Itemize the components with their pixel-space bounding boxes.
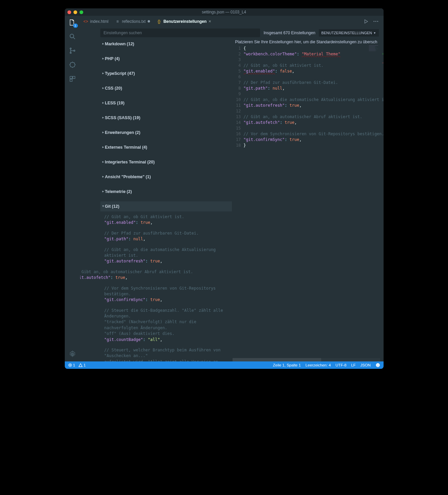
status-errors[interactable]: 1 (68, 363, 75, 367)
group-label: Ansicht "Probleme" (1) (105, 175, 151, 179)
code-line[interactable]: // Gibt an, ob automatischer Abruf aktiv… (244, 114, 384, 120)
chevron-right-icon: ▸ (102, 86, 104, 90)
tab-user-settings[interactable]: {} Benutzereinstellungen × (153, 16, 214, 27)
settings-group[interactable]: ▸SCSS (SASS) (19) (100, 113, 232, 123)
settings-gear-icon[interactable] (68, 350, 77, 358)
settings-group[interactable]: ▸CSS (20) (100, 83, 232, 93)
minimap[interactable] (369, 45, 382, 65)
extensions-icon[interactable] (68, 75, 77, 83)
code-line[interactable] (244, 91, 384, 97)
group-label: Integriertes Terminal (20) (105, 160, 155, 164)
settings-group[interactable]: ▸Integriertes Terminal (20) (100, 157, 232, 167)
svg-point-0 (70, 34, 73, 38)
tab-reflections-txt[interactable]: ≡ reflections.txt (112, 16, 153, 27)
code-line[interactable]: // Gibt an, ob Git aktiviert ist. (244, 63, 384, 68)
json-editor[interactable]: 123456789101112131415161718 { "workbench… (232, 45, 384, 358)
status-indent[interactable]: Leerzeichen: 4 (305, 363, 331, 367)
group-label: SCSS (SASS) (19) (105, 115, 141, 120)
code-line[interactable]: "workbench.colorTheme": "Material Theme" (244, 51, 384, 57)
code-line[interactable] (244, 74, 384, 80)
close-tab-icon[interactable]: × (209, 19, 211, 24)
status-eol[interactable]: LF (351, 363, 355, 367)
svg-point-1 (70, 48, 71, 49)
chevron-down-icon: ▼ (374, 32, 376, 35)
search-icon[interactable] (68, 33, 77, 41)
tab-index-html[interactable]: <> index.html (80, 16, 112, 27)
setting-item: // Steuert die Git-Badgeanzahl. "Alle" z… (104, 308, 227, 343)
settings-group[interactable]: ▸Markdown (12) (100, 39, 232, 49)
code-line[interactable]: // Gibt an, ob die automatische Aktualis… (244, 97, 384, 103)
feedback-icon[interactable] (376, 363, 380, 367)
close-window-button[interactable] (67, 10, 71, 14)
status-language[interactable]: JSON (360, 363, 371, 367)
settings-group[interactable]: ▸Ansicht "Probleme" (1) (100, 172, 232, 182)
chevron-right-icon: ▸ (102, 42, 104, 45)
run-icon[interactable] (363, 19, 369, 24)
status-cursor-position[interactable]: Zeile 1, Spalte 1 (273, 363, 301, 367)
line-gutter: 123456789101112131415161718 (232, 45, 244, 358)
code-line[interactable] (244, 126, 384, 131)
svg-rect-5 (70, 77, 72, 79)
chevron-right-icon: ▸ (102, 57, 104, 60)
code-line[interactable]: "git.autorefresh": true, (244, 103, 384, 108)
settings-group[interactable]: ▾Git (12) (100, 201, 232, 211)
modified-indicator-icon (148, 20, 150, 22)
group-label: CSS (20) (105, 86, 122, 91)
titlebar[interactable]: settings.json — 0103_L4 (65, 8, 384, 16)
code-line[interactable] (244, 57, 384, 63)
maximize-window-button[interactable] (80, 10, 83, 14)
activity-bar: 1 (65, 16, 80, 361)
code-line[interactable] (244, 108, 384, 114)
total-settings-label: Insgesamt 670 Einstellungen (263, 31, 315, 35)
code-line[interactable]: { (244, 46, 384, 51)
setting-item: // Gibt an, ob automatischer Abruf aktiv… (80, 269, 193, 281)
code-line[interactable]: // Vor dem Synchronisieren von Git-Repos… (244, 131, 384, 137)
svg-point-2 (70, 52, 71, 54)
group-label: Telemetrie (2) (105, 189, 132, 194)
chevron-right-icon: ▸ (102, 145, 104, 149)
more-actions-icon[interactable]: ··· (374, 19, 379, 24)
code-line[interactable]: } (244, 143, 384, 148)
code-line[interactable]: // Der Pfad zur ausführbaren Git-Datei. (244, 80, 384, 86)
settings-search-input[interactable]: Einstellungen suchen (100, 29, 260, 37)
settings-group[interactable]: ▸LESS (19) (100, 98, 232, 108)
chevron-right-icon: ▸ (102, 175, 104, 178)
svg-point-3 (73, 50, 75, 51)
settings-group[interactable]: ▸Erweiterungen (2) (100, 128, 232, 138)
chevron-down-icon: ▾ (102, 204, 104, 208)
settings-group[interactable]: ▸PHP (4) (100, 54, 232, 64)
user-settings-pane[interactable]: Platzieren Sie Ihre Einstellungen hier, … (232, 39, 384, 361)
settings-group[interactable]: ▸TypeScript (47) (100, 68, 232, 79)
source-control-icon[interactable] (68, 47, 77, 55)
minimize-window-button[interactable] (73, 10, 77, 14)
settings-group[interactable]: ▸Telemetrie (2) (100, 187, 232, 197)
code-line[interactable]: "git.path": null, (244, 86, 384, 91)
setting-item: // Gibt an, ob die automatische Aktualis… (104, 247, 227, 264)
default-settings-pane[interactable]: ▸Markdown (12)▸PHP (4)▸TypeScript (47)▸C… (80, 39, 232, 361)
chevron-right-icon: ▸ (102, 131, 104, 134)
settings-scope-dropdown[interactable]: BENUTZEREINSTELLUNGEN ▼ (319, 29, 379, 37)
debug-icon[interactable] (68, 61, 77, 69)
text-file-icon: ≡ (115, 19, 120, 24)
setting-item: // Vor dem Synchronisieren von Git-Repos… (104, 286, 227, 303)
scrollbar-thumb[interactable] (233, 358, 321, 361)
setting-item: // Der Pfad zur ausführbaren Git-Datei."… (104, 231, 227, 242)
window-title: settings.json — 0103_L4 (202, 10, 246, 14)
svg-rect-6 (72, 77, 75, 79)
code-line[interactable]: "git.autofetch": true, (244, 120, 384, 126)
status-bar: 1 1 Zeile 1, Spalte 1 Leerzeichen: 4 UTF… (65, 361, 384, 369)
explorer-icon[interactable]: 1 (68, 18, 77, 27)
svg-rect-7 (70, 79, 72, 82)
group-label: Erweiterungen (2) (105, 130, 141, 135)
status-warnings[interactable]: 1 (79, 363, 86, 367)
group-label: TypeScript (47) (105, 71, 135, 76)
horizontal-scrollbar[interactable] (233, 358, 380, 361)
settings-group[interactable]: ▸Externes Terminal (4) (100, 142, 232, 152)
override-hint: Platzieren Sie Ihre Einstellungen hier, … (232, 39, 384, 45)
chevron-right-icon: ▸ (102, 71, 104, 75)
code-line[interactable]: "git.confirmSync": true, (244, 137, 384, 143)
tabs-row: <> index.html ≡ reflections.txt {} Benut… (80, 16, 384, 27)
status-encoding[interactable]: UTF-8 (336, 363, 347, 367)
code-line[interactable]: "git.enabled": false, (244, 68, 384, 74)
svg-point-8 (71, 353, 73, 355)
